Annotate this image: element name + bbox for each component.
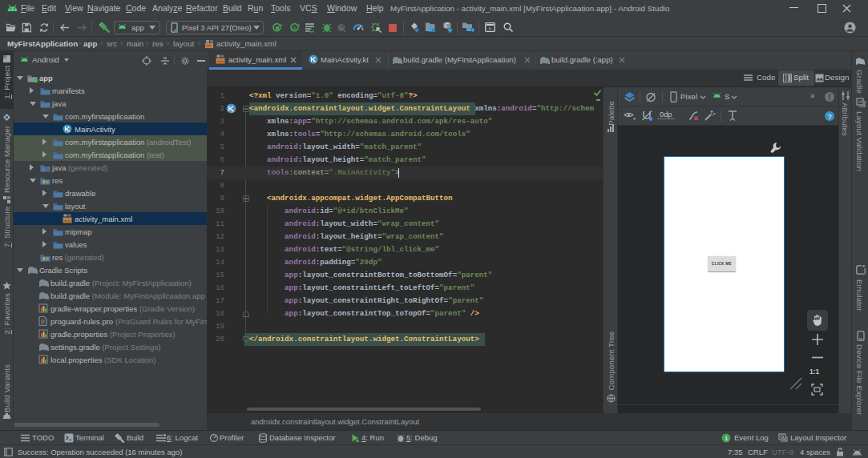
svg-text:<>: <> [217,58,224,65]
svg-text:<>: <> [206,42,212,48]
svg-text:?: ? [828,113,832,121]
svg-text:A: A [293,26,297,31]
svg-text:1: 1 [725,435,729,442]
svg-text:<>: <> [64,218,71,224]
